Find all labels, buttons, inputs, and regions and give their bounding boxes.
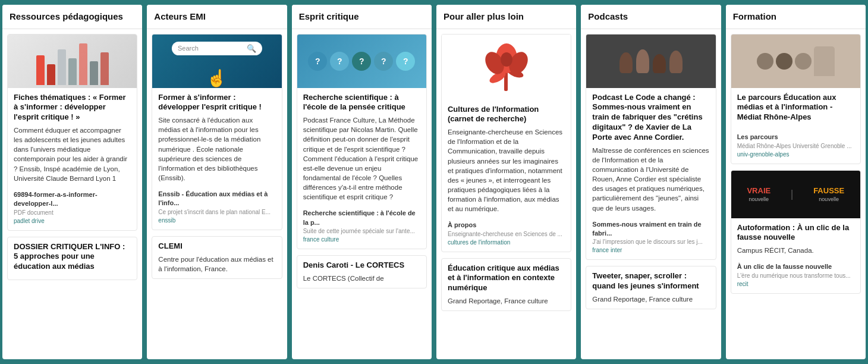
card-dossier-critiquer[interactable]: DOSSIER CRITIQUER L'INFO : 5 approches p…: [7, 237, 137, 281]
card-title-dossier-critiquer: DOSSIER CRITIQUER L'INFO : 5 approches p…: [14, 242, 131, 272]
column-title-formation: Formation: [733, 11, 858, 23]
card-cultures-information[interactable]: Cultures de l'Information (carnet de rec…: [441, 34, 571, 252]
card-title-former-informer: Former à s'informer : développer l'espri…: [158, 93, 275, 113]
card-desc-autoformation: Campus RÉCIT, Canada.: [737, 246, 854, 255]
card-desc-cultures-information: Enseignante-chercheuse en Sciences de l'…: [448, 127, 565, 214]
column-esprit-critique: Esprit critique?????Recherche scientifiq…: [292, 5, 432, 359]
column-acteurs-emi: Acteurs EMI Search 🔍 ☝️ Former à s'infor…: [147, 5, 287, 359]
card-tweeter-snaper[interactable]: Tweeter, snaper, scroller : quand les je…: [586, 266, 716, 309]
column-ressources: Ressources pédagogiques Fiches thématiqu…: [2, 5, 142, 359]
card-desc-clemi: Centre pour l'éducation aux médias et à …: [158, 255, 275, 274]
card-clemi[interactable]: CLEMICentre pour l'éducation aux médias …: [152, 236, 282, 279]
column-header-acteurs-emi: Acteurs EMI: [147, 5, 287, 29]
card-title-fiches-thematiques: Fiches thématiques : « Former à s'inform…: [14, 93, 131, 123]
card-podcast-le-code[interactable]: Podcast Le Code a changé : Sommes-nous v…: [586, 34, 716, 261]
card-education-critique[interactable]: Éducation critique aux médias et à l'inf…: [441, 258, 571, 312]
card-fiches-thematiques[interactable]: Fiches thématiques : « Former à s'inform…: [7, 34, 137, 231]
svg-point-6: [501, 52, 512, 67]
column-header-esprit-critique: Esprit critique: [292, 5, 432, 29]
card-footer-cultures-information: À propos Enseignante-chercheuse en Scien…: [442, 218, 571, 251]
card-footer-autoformation: À un clic de la fausse nouvelle L'ère du…: [731, 260, 860, 293]
card-footer-former-informer: Enssib - Éducation aux médias et à l'inf…: [152, 187, 281, 230]
card-desc-education-critique: Grand Reportage, France culture: [448, 296, 565, 306]
card-title-autoformation: Autoformation : À un clic de la fausse n…: [737, 223, 854, 243]
card-title-cultures-information: Cultures de l'Information (carnet de rec…: [448, 105, 565, 125]
column-title-acteurs-emi: Acteurs EMI: [154, 11, 279, 23]
card-denis-caroti[interactable]: Denis Caroti - Le CORTECSLe CORTECS (Col…: [297, 255, 427, 288]
card-title-denis-caroti: Denis Caroti - Le CORTECS: [303, 261, 420, 271]
card-desc-recherche-scientifique: Podcast France Culture, La Méthode scien…: [303, 115, 420, 202]
card-title-education-critique: Éducation critique aux médias et à l'inf…: [448, 263, 565, 294]
card-desc-denis-caroti: Le CORTECS (Collectif de: [303, 274, 420, 283]
column-header-podcasts: Podcasts: [581, 5, 721, 29]
card-desc-tweeter-snaper: Grand Reportage, France culture: [592, 294, 709, 304]
column-title-pour-aller-plus-loin: Pour aller plus loin: [444, 11, 569, 23]
column-body-acteurs-emi: Search 🔍 ☝️ Former à s'informer : dévelo…: [147, 29, 287, 360]
card-desc-fiches-thematiques: Comment éduquer et accompagner les adole…: [14, 125, 131, 183]
card-footer-podcast-le-code: Sommes-nous vraiment en train de fabri..…: [586, 218, 715, 260]
column-header-ressources: Ressources pédagogiques: [2, 5, 142, 29]
card-desc-former-informer: Site consacré à l'éducation aux médias e…: [158, 115, 275, 183]
column-podcasts: Podcasts Podcast Le Code a changé : Somm…: [581, 5, 721, 359]
column-body-podcasts: Podcast Le Code a changé : Sommes-nous v…: [581, 29, 721, 360]
card-footer-fiches-thematiques: 69894-former-a-s-informer-developper-l..…: [8, 188, 137, 230]
card-parcours-education[interactable]: Le parcours Éducation aux médias et à l'…: [731, 34, 861, 164]
column-title-podcasts: Podcasts: [588, 11, 713, 23]
column-formation: Formation Le parcours Éducation aux médi…: [726, 5, 866, 359]
card-desc-podcast-le-code: Maîtresse de conférences en sciences de …: [592, 146, 709, 213]
column-title-ressources: Ressources pédagogiques: [10, 11, 135, 23]
card-footer-recherche-scientifique: Recherche scientifique : à l'école de la…: [297, 206, 426, 249]
column-header-pour-aller-plus-loin: Pour aller plus loin: [436, 5, 576, 29]
card-title-podcast-le-code: Podcast Le Code a changé : Sommes-nous v…: [592, 93, 709, 143]
card-title-parcours-education: Le parcours Éducation aux médias et à l'…: [737, 93, 854, 123]
column-body-ressources: Fiches thématiques : « Former à s'inform…: [2, 29, 142, 360]
card-title-recherche-scientifique: Recherche scientifique : à l'école de la…: [303, 93, 420, 113]
card-autoformation[interactable]: VRAIE nouvelle | FAUSSE nouvelle Autofor…: [731, 170, 861, 294]
card-former-informer[interactable]: Search 🔍 ☝️ Former à s'informer : dévelo…: [152, 34, 282, 230]
column-body-esprit-critique: ?????Recherche scientifique : à l'école …: [292, 29, 432, 360]
card-title-clemi: CLEMI: [158, 241, 275, 252]
column-body-pour-aller-plus-loin: Cultures de l'Information (carnet de rec…: [436, 29, 576, 360]
column-pour-aller-plus-loin: Pour aller plus loin Cultures de l'Infor…: [436, 5, 576, 359]
column-body-formation: Le parcours Éducation aux médias et à l'…: [726, 29, 866, 360]
card-footer-parcours-education: Les parcours Médiat Rhône-Alpes Universi…: [731, 130, 860, 163]
card-title-tweeter-snaper: Tweeter, snaper, scroller : quand les je…: [592, 271, 709, 291]
column-header-formation: Formation: [726, 5, 866, 29]
card-recherche-scientifique[interactable]: ?????Recherche scientifique : à l'école …: [297, 34, 427, 249]
column-title-esprit-critique: Esprit critique: [299, 11, 424, 23]
